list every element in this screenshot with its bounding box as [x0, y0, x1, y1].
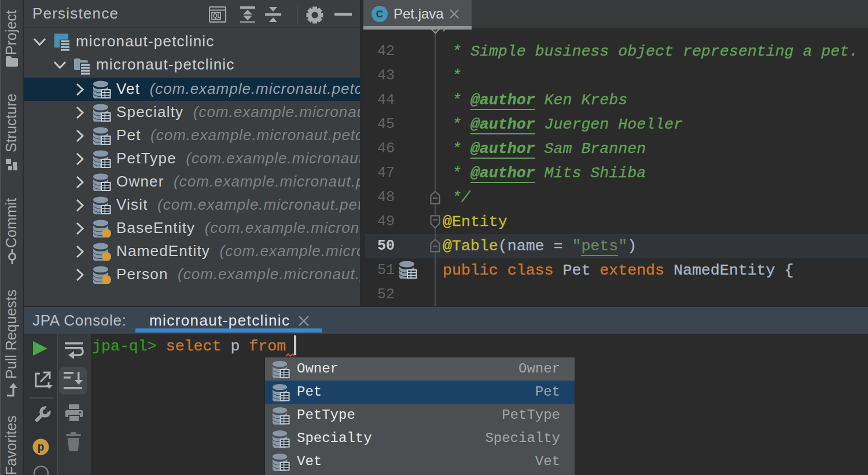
svg-text:p: p [37, 441, 44, 454]
svg-text:QL: QL [213, 13, 221, 19]
svg-text:C: C [376, 9, 383, 20]
